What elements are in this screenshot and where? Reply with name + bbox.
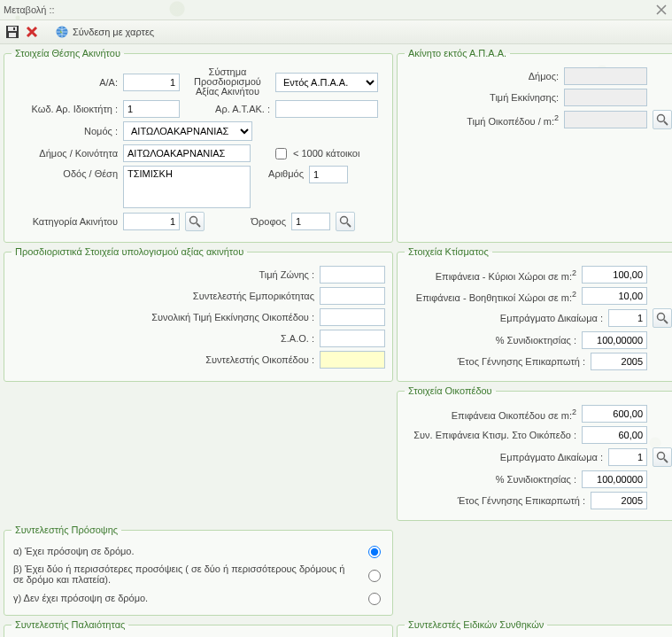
plot-coef-label: Συντελεστής Οικοπέδου : <box>137 354 314 365</box>
plot-area-label: Επιφάνεια Οικοπέδου σε m:2 <box>405 408 576 421</box>
atak-label: Αρ. Α.Τ.ΑΚ. : <box>185 104 270 114</box>
category-input[interactable] <box>123 213 180 230</box>
street-input[interactable]: ΤΣΙΜΙΣΚΗ <box>123 166 251 208</box>
zone-price-label: Τιμή Ζώνης : <box>137 269 314 280</box>
svg-line-8 <box>347 223 351 227</box>
svg-rect-1 <box>8 27 17 31</box>
building-pct-label: % Συνιδιοκτησίας : <box>405 335 576 346</box>
category-label: Κατηγορία Ακινήτου <box>12 216 118 227</box>
category-lookup-button[interactable] <box>185 212 205 231</box>
save-icon <box>5 25 19 39</box>
plot-birthyear-label: Έτος Γέννησης Επικαρπωτή : <box>405 495 585 506</box>
owner-code-label: Κωδ. Αρ. Ιδιοκτήτη : <box>12 104 118 114</box>
owner-code-input[interactable] <box>123 100 180 118</box>
aa-label: Α/Α: <box>12 77 118 88</box>
group-location: Στοιχεία Θέσης Ακινήτου Α/Α: Σύστημα Προ… <box>4 48 393 243</box>
dimos-input[interactable] <box>123 144 251 162</box>
number-input[interactable] <box>309 166 348 183</box>
floor-input[interactable] <box>291 213 330 230</box>
svg-point-7 <box>341 217 348 224</box>
svg-point-9 <box>658 115 665 122</box>
group-building-legend: Στοιχεία Κτίσματος <box>405 246 492 257</box>
number-label: Αριθμός <box>256 166 304 179</box>
nomos-label: Νομός : <box>12 126 118 136</box>
svg-line-6 <box>197 223 200 227</box>
frontage-opt-b-radio[interactable] <box>368 570 381 582</box>
svg-point-5 <box>190 217 197 224</box>
nomos-select[interactable]: ΑΙΤΩΛΟΑΚΑΡΝΑΝΙΑΣ <box>123 121 252 141</box>
group-calc-legend: Προσδιοριστικά Στοιχεία υπολογισμού αξία… <box>12 246 247 257</box>
floor-label: Όροφος <box>210 216 286 227</box>
floor-lookup-button[interactable] <box>336 212 355 231</box>
plot-pct-input[interactable] <box>582 470 647 488</box>
building-birthyear-label: Έτος Γέννησης Επικαρπωτή : <box>405 356 585 367</box>
titlebar: Μεταβολή :: <box>0 0 672 19</box>
plot-coef-input[interactable] <box>320 351 385 369</box>
globe-icon <box>55 25 69 39</box>
plot-total-build-input[interactable] <box>582 426 647 444</box>
emp-coef-label: Συντελεστής Εμπορικότητας <box>137 291 314 301</box>
search-icon <box>338 214 352 229</box>
svg-point-13 <box>658 453 665 460</box>
plot-total-build-label: Συν. Επιφάνεια Κτισμ. Στο Οικόπεδο : <box>405 430 576 440</box>
maps-label: Σύνδεση με χαρτες <box>73 27 154 37</box>
outside-plot-price-lookup-button[interactable] <box>653 110 672 129</box>
frontage-opt-c-radio[interactable] <box>368 593 381 605</box>
plot-right-lookup-button[interactable] <box>653 447 672 467</box>
building-right-label: Εμπράγματο Δικαίωμα : <box>405 313 603 323</box>
group-special-legend: Συντελεστές Ειδικών Συνθηκών <box>405 619 547 630</box>
search-icon <box>655 311 669 325</box>
lt1000-checkbox-input[interactable] <box>275 148 287 159</box>
dimos-label: Δήμος / Κοινότητα <box>12 148 118 159</box>
group-calc: Προσδιοριστικά Στοιχεία υπολογισμού αξία… <box>4 246 393 382</box>
building-right-input[interactable] <box>608 309 647 327</box>
street-label: Οδός / Θέση <box>12 166 118 179</box>
emp-coef-input[interactable] <box>320 287 385 305</box>
total-start-input[interactable] <box>320 308 385 326</box>
group-age: Συντελεστής Παλαιότητας Έτος Οικοδομικής… <box>4 619 393 637</box>
maps-button[interactable]: Σύνδεση με χαρτες <box>55 25 154 39</box>
main-area-input[interactable] <box>582 266 647 284</box>
search-icon <box>655 450 669 464</box>
system-select[interactable]: Εντός Α.Π.Α.Α. <box>275 73 378 92</box>
group-outside-apaa: Ακίνητο εκτός Α.Π.Α.Α. Δήμος: Τιμή Εκκίν… <box>397 48 672 243</box>
outside-start-price-label: Τιμή Εκκίνησης: <box>405 92 559 103</box>
building-right-lookup-button[interactable] <box>653 308 672 328</box>
outside-dimos-label: Δήμος: <box>405 71 559 82</box>
outside-plot-price-label: Τιμή Οικοπέδου / m:2 <box>405 113 559 127</box>
delete-button[interactable] <box>25 25 39 39</box>
sao-input[interactable] <box>320 330 385 347</box>
frontage-opt-b-label[interactable]: β) Έχει δύο ή περισσότερες προσόψεις ( σ… <box>13 563 355 585</box>
frontage-opt-a-radio[interactable] <box>368 546 381 558</box>
window-close-button[interactable] <box>654 3 668 17</box>
zone-price-input[interactable] <box>320 266 385 284</box>
outside-start-price-input <box>564 89 647 106</box>
group-plot-legend: Στοιχεία Οικοπέδου <box>405 385 496 396</box>
search-icon <box>188 214 202 229</box>
group-outside-apaa-legend: Ακίνητο εκτός Α.Π.Α.Α. <box>405 48 510 58</box>
sao-label: Σ.Α.Ο. : <box>137 333 314 344</box>
frontage-opt-c-label[interactable]: γ) Δεν έχει πρόσοψη σε δρόμο. <box>13 593 355 603</box>
atak-input[interactable] <box>275 100 378 118</box>
svg-rect-3 <box>13 27 15 30</box>
building-birthyear-input[interactable] <box>591 353 647 370</box>
svg-line-12 <box>664 320 668 323</box>
svg-rect-2 <box>9 33 16 37</box>
plot-birthyear-input[interactable] <box>591 492 647 509</box>
group-building: Στοιχεία Κτίσματος Επιφάνεια - Κύριοι Χώ… <box>397 246 672 382</box>
close-icon <box>654 3 668 17</box>
plot-pct-label: % Συνιδιοκτησίας : <box>405 474 576 485</box>
lt1000-checkbox[interactable]: < 1000 κάτοικοι <box>272 145 359 162</box>
aa-input[interactable] <box>123 74 180 91</box>
frontage-opt-a-label[interactable]: α) Έχει πρόσοψη σε δρόμο. <box>13 546 355 556</box>
building-pct-input[interactable] <box>582 331 647 349</box>
search-icon <box>655 113 669 127</box>
plot-right-label: Εμπράγματο Δικαίωμα : <box>405 452 603 462</box>
toolbar: Σύνδεση με χαρτες <box>0 19 672 44</box>
plot-right-input[interactable] <box>608 448 647 466</box>
save-button[interactable] <box>5 25 19 39</box>
plot-area-input[interactable] <box>582 405 647 423</box>
svg-line-10 <box>664 121 668 125</box>
aux-area-input[interactable] <box>582 287 647 305</box>
total-start-label: Συνολική Τιμή Εκκίνησης Οικοπέδου : <box>137 312 314 322</box>
